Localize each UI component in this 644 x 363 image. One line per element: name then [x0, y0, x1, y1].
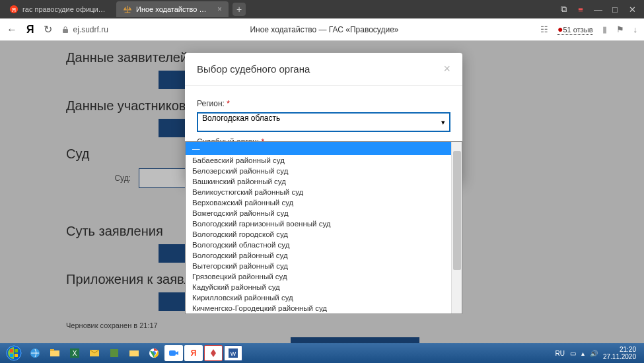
- svg-rect-6: [10, 354, 13, 357]
- tray-flag-icon[interactable]: ▭: [570, 350, 576, 357]
- start-button[interactable]: [3, 345, 25, 362]
- tab-gas-pravosudie[interactable]: Иное ходатайство — ГА ×: [116, 1, 229, 17]
- dropdown-option[interactable]: Великоустюгский районный суд: [186, 187, 451, 197]
- svg-rect-9: [50, 350, 59, 356]
- svg-rect-10: [50, 349, 54, 351]
- dropdown-option[interactable]: Кирилловский районный суд: [186, 292, 451, 303]
- taskbar-mail-icon[interactable]: [85, 345, 104, 361]
- scales-favicon-icon: [123, 5, 132, 14]
- taskbar-explorer2-icon[interactable]: [125, 345, 143, 361]
- page-title: Иное ходатайство — ГАС «Правосудие»: [118, 25, 531, 34]
- tray-up-icon[interactable]: ▴: [581, 350, 585, 357]
- dropdown-scrollbar[interactable]: [451, 142, 462, 314]
- taskbar-yandex-icon[interactable]: Я: [184, 345, 203, 361]
- dropdown-option[interactable]: Вашкинский районный суд: [186, 176, 451, 187]
- copy-icon[interactable]: ⧉: [559, 4, 567, 15]
- taskbar-excel-icon[interactable]: X: [65, 345, 84, 361]
- svg-text:Я: Я: [12, 7, 16, 13]
- region-select[interactable]: Вологодская область ▾: [197, 112, 450, 132]
- taskbar-ie-icon[interactable]: [26, 345, 44, 361]
- tab-label: Иное ходатайство — ГА: [136, 5, 213, 13]
- taskbar-lang[interactable]: RU: [555, 350, 564, 357]
- svg-text:Я: Я: [191, 348, 197, 358]
- svg-rect-15: [129, 350, 139, 356]
- svg-rect-2: [63, 29, 68, 33]
- svg-rect-5: [15, 349, 18, 352]
- taskbar-zoom-icon[interactable]: [164, 345, 183, 361]
- dropdown-option[interactable]: Вологодский городской суд: [186, 229, 451, 240]
- minimize-icon[interactable]: —: [594, 5, 602, 15]
- lock-icon: [61, 26, 69, 34]
- chevron-down-icon: ▾: [441, 118, 445, 127]
- taskbar-browser-icon[interactable]: [204, 345, 223, 361]
- menu-icon[interactable]: ≡: [577, 5, 585, 15]
- yandex-button[interactable]: Я: [26, 24, 34, 36]
- region-value: Вологодская область: [202, 114, 280, 123]
- clock-date: 27.11.2020: [603, 353, 636, 360]
- dropdown-option[interactable]: Вожегодский районный суд: [186, 208, 451, 218]
- dropdown-option[interactable]: Кадуйский районный суд: [186, 282, 451, 292]
- dropdown-option[interactable]: Вологодский районный суд: [186, 250, 451, 261]
- tab-yandex-search[interactable]: Я гас правосудие официаль: [3, 1, 115, 17]
- taskbar-explorer-icon[interactable]: [46, 345, 64, 361]
- windows-taskbar: X Я W RU ▭ ▴ 🔊 21:20 27.11.2020: [0, 343, 644, 363]
- new-tab-button[interactable]: +: [233, 3, 246, 16]
- back-button[interactable]: ←: [7, 24, 17, 36]
- taskbar-word-icon[interactable]: W: [224, 345, 242, 361]
- svg-text:W: W: [231, 350, 236, 357]
- taskbar-clock[interactable]: 21:20 27.11.2020: [603, 346, 636, 360]
- dropdown-option[interactable]: Белозерский районный суд: [186, 166, 451, 176]
- dropdown-option[interactable]: Вологодский гарнизонный военный суд: [186, 218, 451, 229]
- reviews-link[interactable]: ●51 отзыв: [557, 24, 592, 35]
- svg-rect-7: [15, 354, 18, 357]
- taskbar-chrome-icon[interactable]: [145, 345, 163, 361]
- yandex-favicon-icon: Я: [9, 5, 18, 14]
- svg-text:X: X: [73, 350, 77, 357]
- taskbar-app1-icon[interactable]: [105, 345, 124, 361]
- tray-speaker-icon[interactable]: 🔊: [590, 350, 598, 357]
- bookmark-icon[interactable]: ▮: [602, 24, 607, 34]
- clock-time: 21:20: [603, 346, 636, 353]
- dropdown-option[interactable]: Кичменгско-Городецкий районный суд: [186, 303, 451, 314]
- maximize-icon[interactable]: □: [611, 5, 619, 15]
- modal-title: Выбор судебного органа: [197, 63, 310, 75]
- downloads-icon[interactable]: ↓: [633, 24, 638, 34]
- dropdown-option[interactable]: Вологодский областной суд: [186, 240, 451, 250]
- url-host: ej.sudrf.ru: [73, 25, 108, 34]
- dropdown-option[interactable]: Вытегорский районный суд: [186, 261, 451, 271]
- url-display[interactable]: ej.sudrf.ru: [61, 25, 108, 34]
- dropdown-option[interactable]: Верховажский районный суд: [186, 197, 451, 208]
- dropdown-option[interactable]: —: [186, 142, 451, 155]
- svg-rect-14: [110, 349, 118, 357]
- reload-button[interactable]: ↻: [44, 23, 52, 36]
- address-bar: ← Я ↻ ej.sudrf.ru Иное ходатайство — ГАС…: [0, 18, 644, 41]
- tab-label: гас правосудие официаль: [22, 5, 108, 13]
- close-icon[interactable]: ×: [217, 5, 222, 14]
- region-label: Регион: *: [197, 99, 450, 108]
- court-dropdown-list: —Бабаевский районный судБелозерский райо…: [185, 141, 462, 314]
- svg-rect-18: [169, 350, 176, 356]
- scrollbar-thumb[interactable]: [453, 151, 461, 270]
- dropdown-option[interactable]: Грязовецкий районный суд: [186, 271, 451, 282]
- browser-tabstrip: Я гас правосудие официаль Иное ходатайст…: [0, 0, 644, 18]
- dropdown-option[interactable]: Бабаевский районный суд: [186, 155, 451, 166]
- extensions-icon[interactable]: ⚑: [616, 24, 624, 34]
- modal-close-icon[interactable]: ×: [443, 62, 450, 76]
- close-window-icon[interactable]: ✕: [628, 5, 636, 15]
- svg-rect-4: [10, 349, 13, 352]
- translate-icon[interactable]: ☷: [540, 24, 548, 34]
